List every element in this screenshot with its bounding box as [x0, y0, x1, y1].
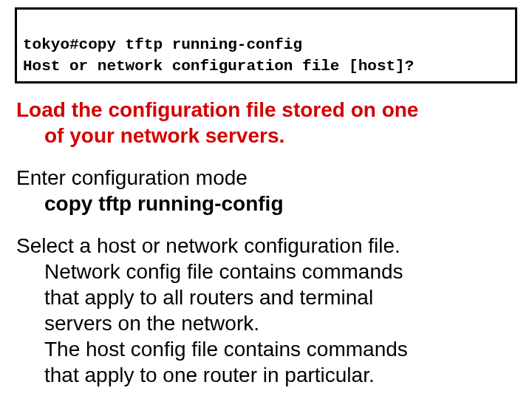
terminal-line-2: Host or network configuration file [host…	[23, 58, 414, 75]
select-line-6: that apply to one router in particular.	[16, 362, 517, 388]
select-file-block: Select a host or network configuration f…	[15, 233, 517, 388]
heading-line-1: Load the configuration file stored on on…	[16, 97, 517, 123]
terminal-output: tokyo#copy tftp running-config Host or n…	[15, 7, 517, 83]
terminal-line-1: tokyo#copy tftp running-config	[23, 36, 302, 53]
select-line-5: The host config file contains commands	[16, 336, 517, 362]
enter-mode-block: Enter configuration mode copy tftp runni…	[15, 165, 517, 216]
enter-mode-command: copy tftp running-config	[16, 191, 517, 216]
heading-block: Load the configuration file stored on on…	[15, 97, 517, 149]
select-line-3: that apply to all routers and terminal	[16, 284, 517, 310]
select-line-2: Network config file contains commands	[16, 259, 517, 284]
heading-line-2: of your network servers.	[16, 123, 517, 149]
select-line-1: Select a host or network configuration f…	[16, 233, 517, 259]
select-line-4: servers on the network.	[16, 310, 517, 336]
enter-mode-line-1: Enter configuration mode	[16, 165, 517, 191]
